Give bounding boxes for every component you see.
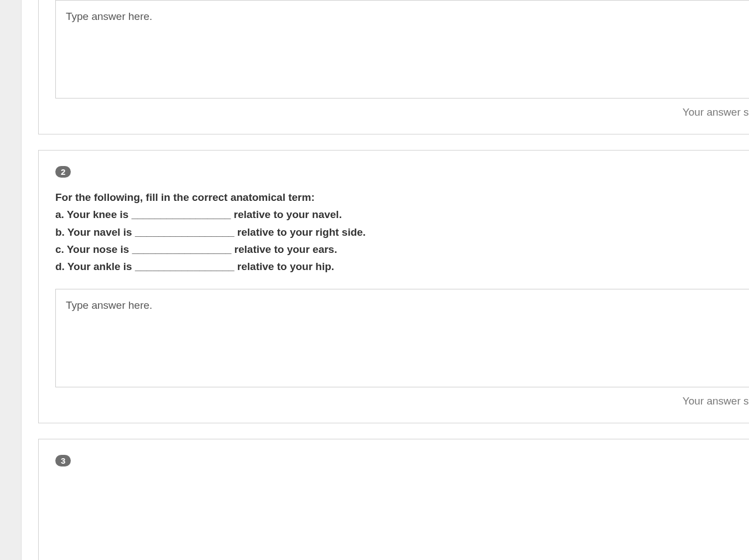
question-number-badge: 3 — [55, 455, 71, 466]
question-number-badge: 2 — [55, 166, 71, 178]
question-card: 3 — [38, 439, 749, 560]
answer-hint: Your answer should — [55, 395, 749, 407]
main-panel: Your answer should 2 For the following, … — [21, 0, 749, 560]
question-prompt: For the following, fill in the correct a… — [55, 189, 749, 276]
question-card: Your answer should — [38, 0, 749, 134]
answer-hint: Your answer should — [55, 106, 749, 118]
page-background: Your answer should 2 For the following, … — [0, 0, 749, 560]
answer-input[interactable] — [55, 289, 749, 387]
question-card: 2 For the following, fill in the correct… — [38, 150, 749, 423]
answer-input[interactable] — [55, 0, 749, 98]
